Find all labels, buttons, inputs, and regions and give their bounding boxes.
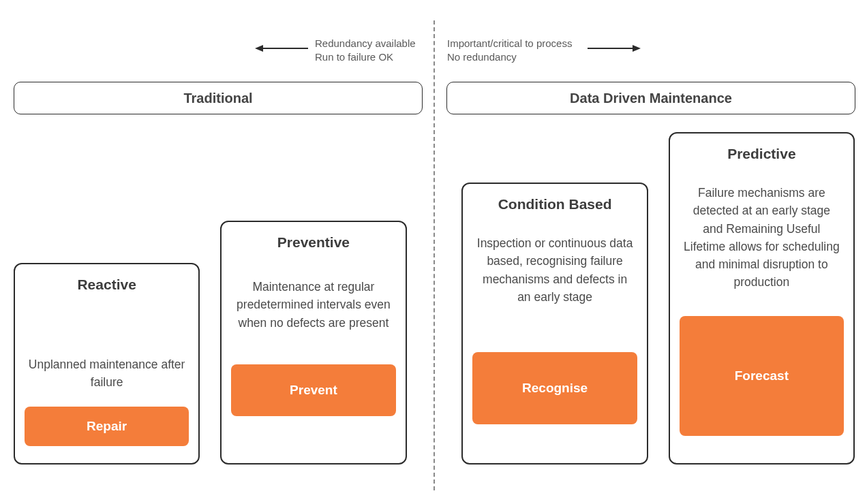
- section-header-traditional: Traditional: [14, 82, 423, 114]
- card-title-condition: Condition Based: [498, 196, 612, 212]
- section-title-right: Data Driven Maintenance: [570, 91, 732, 106]
- card-preventive: Preventive Maintenance at regular predet…: [220, 221, 406, 464]
- card-desc-condition: Inspection or continuous data based, rec…: [472, 234, 637, 306]
- card-condition-based: Condition Based Inspection or continuous…: [461, 183, 648, 464]
- arrow-right-icon: [588, 42, 641, 49]
- top-right-line1: Important/critical to process: [447, 37, 572, 50]
- top-right-caption: Important/critical to process No redunda…: [447, 37, 572, 65]
- card-title-predictive: Predictive: [727, 146, 795, 162]
- top-left-line1: Redundancy available: [315, 37, 416, 50]
- card-title-preventive: Preventive: [277, 234, 350, 251]
- card-action-forecast: Forecast: [680, 316, 844, 436]
- card-title-reactive: Reactive: [77, 277, 136, 293]
- card-desc-predictive: Failure mechanisms are detected at an ea…: [680, 184, 844, 292]
- card-action-prevent: Prevent: [231, 364, 395, 416]
- top-right-line2: No redundancy: [447, 50, 572, 64]
- card-predictive: Predictive Failure mechanisms are detect…: [669, 132, 855, 464]
- card-action-recognise: Recognise: [472, 352, 637, 424]
- arrow-left-icon: [255, 42, 308, 49]
- svg-marker-3: [633, 45, 641, 52]
- card-reactive: Reactive Unplanned maintenance after fai…: [14, 263, 200, 464]
- svg-marker-1: [255, 45, 263, 52]
- section-title-left: Traditional: [183, 91, 252, 106]
- card-desc-reactive: Unplanned maintenance after failure: [25, 356, 189, 392]
- card-desc-preventive: Maintenance at regular predetermined int…: [231, 278, 395, 332]
- cards-row: Reactive Unplanned maintenance after fai…: [14, 127, 855, 464]
- card-action-repair: Repair: [25, 407, 189, 446]
- top-left-caption: Redundancy available Run to failure OK: [315, 37, 416, 65]
- top-left-line2: Run to failure OK: [315, 50, 416, 64]
- section-header-data-driven: Data Driven Maintenance: [446, 82, 855, 114]
